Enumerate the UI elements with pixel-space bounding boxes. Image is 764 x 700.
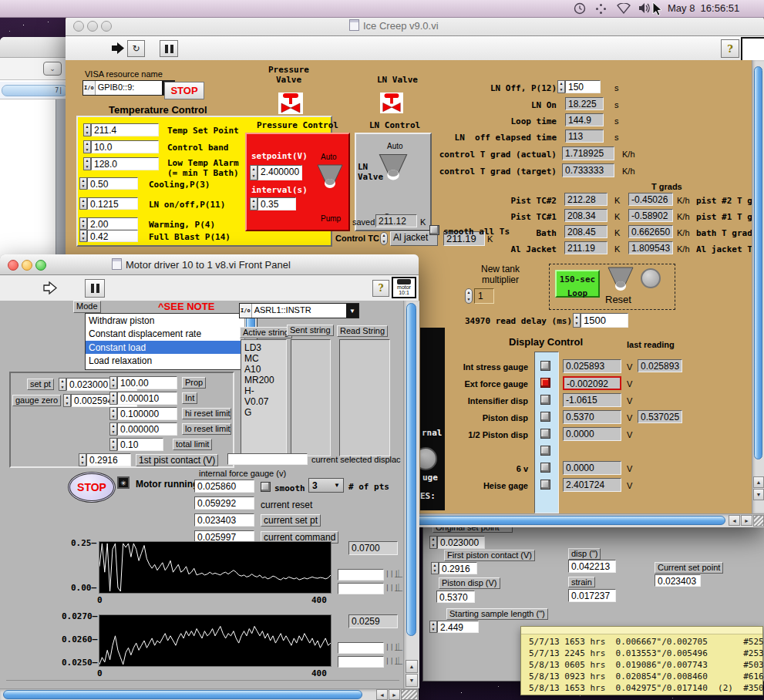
visa-resource-combo[interactable]: I/o GPIB0::9: ▼: [82, 80, 175, 96]
num-pts-dropdown[interactable]: 3 ▼: [308, 478, 344, 493]
read-string-list[interactable]: [339, 339, 390, 456]
smooth-checkbox[interactable]: [261, 482, 271, 492]
intensifier-toggle[interactable]: [540, 395, 550, 405]
read-delay-spinner[interactable]: ▲▼: [573, 313, 581, 328]
active-string-item[interactable]: LD3: [244, 342, 261, 353]
setpoint-field[interactable]: 2.400000: [257, 165, 302, 180]
motor-vscroll-up-arrow[interactable]: ▲: [406, 660, 418, 673]
pressure-knob[interactable]: [315, 163, 345, 190]
minimize-button[interactable]: [22, 260, 32, 271]
new-tank-spinner[interactable]: ▲▼: [465, 288, 473, 304]
mode-item-selected[interactable]: Constant load: [86, 341, 244, 354]
lo-reset-field[interactable]: 0.000000: [117, 422, 177, 436]
mode-item[interactable]: Withdraw piston: [89, 315, 154, 326]
stop-button[interactable]: STOP: [68, 472, 116, 503]
int-field[interactable]: 0.000010: [117, 392, 177, 405]
run-continuous-button[interactable]: ↻: [127, 40, 145, 57]
spaces-icon[interactable]: [595, 3, 607, 15]
dark-knob[interactable]: [420, 447, 437, 470]
motor-driver-window[interactable]: Motor driver 10 to 1 v8.vi Front Panel ?…: [0, 254, 419, 700]
close-button[interactable]: [8, 260, 19, 271]
graph1-cursor-field-2[interactable]: [338, 583, 384, 594]
zoom-button[interactable]: [101, 21, 112, 32]
minimize-button[interactable]: [87, 21, 98, 32]
motor-visa-combo[interactable]: I/o ASRL1::INSTR ▼: [239, 303, 359, 318]
motor-hscroll-right-arrow[interactable]: ►: [389, 689, 400, 700]
hi-reset-spinner[interactable]: ▲▼: [109, 407, 117, 420]
mode-item[interactable]: Constant displacement rate: [89, 328, 201, 339]
piston-disp-toggle[interactable]: [540, 412, 550, 422]
full-blast-field[interactable]: 0.42: [87, 230, 138, 242]
zoom-button[interactable]: [35, 260, 46, 271]
first-contact-spinner[interactable]: ▲▼: [79, 453, 86, 466]
motor-hscroll-left-arrow[interactable]: ◄: [376, 689, 388, 700]
int-stress-toggle[interactable]: [540, 361, 550, 371]
lo-reset-spinner[interactable]: ▲▼: [109, 422, 117, 436]
prop-spinner[interactable]: ▲▼: [109, 376, 117, 389]
new-tank-value-box[interactable]: 1: [474, 288, 494, 304]
graph2-axis-icon-1[interactable]: ⏊: [395, 643, 403, 651]
menubar-clock[interactable]: May 8 16:56:51: [668, 2, 739, 14]
temp-setpoint-spinner[interactable]: ▲▼: [83, 123, 91, 136]
control-band-field[interactable]: 10.0: [91, 140, 159, 153]
control-band-spinner[interactable]: ▲▼: [83, 140, 91, 153]
motor-hscroll-thumb[interactable]: [3, 690, 362, 699]
ice-titlebar[interactable]: Ice Creep v9.0.vi: [66, 15, 764, 36]
time-machine-icon[interactable]: [574, 2, 586, 15]
force-history-graph[interactable]: [99, 541, 332, 594]
control-tc-spinner[interactable]: ▲▼: [380, 232, 388, 245]
ext-force-toggle[interactable]: [540, 378, 550, 388]
motor-horizontal-scrollbar[interactable]: ◄ ►: [0, 688, 419, 700]
loop-150sec-button[interactable]: 150-sec Loop: [555, 270, 600, 298]
graph1-cursor-field-1[interactable]: [338, 569, 384, 581]
interval-field[interactable]: 0.35: [257, 197, 296, 210]
cooling-field[interactable]: 0.50: [87, 177, 138, 190]
graph1-axis-icon-1[interactable]: ⏊: [395, 570, 403, 578]
motor-resize-grip[interactable]: [401, 689, 418, 700]
half-piston-toggle[interactable]: [540, 429, 550, 439]
document-titlebar[interactable]: [0, 37, 66, 58]
help-button[interactable]: ?: [372, 280, 389, 297]
first-piston-contact-field[interactable]: 0.2916: [439, 562, 477, 574]
reset-round-button[interactable]: [641, 268, 661, 288]
starting-sample-length-spinner[interactable]: ▲▼: [429, 621, 437, 633]
motor-vscroll-thumb[interactable]: [406, 303, 416, 636]
total-limit-field[interactable]: 0.10: [117, 438, 163, 451]
motor-vscroll-down-arrow[interactable]: ▼: [406, 674, 418, 687]
ln-off-spinner[interactable]: ▲▼: [557, 80, 565, 93]
pause-button[interactable]: [160, 40, 178, 57]
active-string-item[interactable]: H-: [244, 385, 254, 396]
spare-toggle[interactable]: [540, 446, 550, 456]
graph2-cursor-field-1[interactable]: [338, 642, 384, 654]
run-icon[interactable]: [110, 42, 126, 55]
ice-resize-grip[interactable]: [753, 515, 764, 527]
full-blast-spinner[interactable]: ▲▼: [79, 230, 87, 242]
warming-spinner[interactable]: ▲▼: [79, 217, 87, 230]
active-string-item[interactable]: MR200: [244, 375, 274, 385]
mode-listbox[interactable]: Withdraw piston Constant displacement ra…: [85, 313, 257, 370]
toolbar-chevron-button[interactable]: ⌄: [43, 62, 62, 76]
low-temp-alarm-field[interactable]: 128.0: [91, 157, 159, 170]
ice-hscroll-left-arrow[interactable]: ◄: [729, 515, 740, 526]
active-string-list[interactable]: LD3 MC A10 MR200 H- V0.07 G: [241, 339, 287, 456]
pause-button[interactable]: [85, 279, 105, 298]
ln-onoff-spinner[interactable]: ▲▼: [79, 197, 87, 210]
graph2-axis-icon-2[interactable]: ⏊: [395, 657, 403, 665]
interval-spinner[interactable]: ▲▼: [250, 197, 257, 210]
first-piston-contact-spinner[interactable]: ▲▼: [431, 562, 439, 574]
motor-vertical-scrollbar[interactable]: ▲ ▼: [403, 301, 419, 688]
ln-off-field[interactable]: 150: [565, 80, 601, 93]
wifi-icon[interactable]: [617, 3, 631, 14]
set-pt-spinner[interactable]: ▲▼: [59, 378, 66, 391]
help-button[interactable]: ?: [721, 39, 739, 58]
sent-string-list[interactable]: [291, 339, 331, 456]
run-icon[interactable]: [42, 281, 58, 294]
mode-item[interactable]: Load relaxation: [89, 355, 152, 366]
original-set-point-spinner[interactable]: ▲▼: [429, 536, 437, 549]
ln-onoff-field[interactable]: 0.1215: [87, 197, 138, 210]
close-button[interactable]: [73, 21, 84, 32]
combo-arrow-icon[interactable]: ▼: [346, 304, 358, 318]
vi-icon-box[interactable]: [741, 37, 764, 62]
ice-vscroll-up-arrow[interactable]: ▲: [753, 476, 764, 488]
prop-field[interactable]: 100.00: [117, 376, 177, 389]
